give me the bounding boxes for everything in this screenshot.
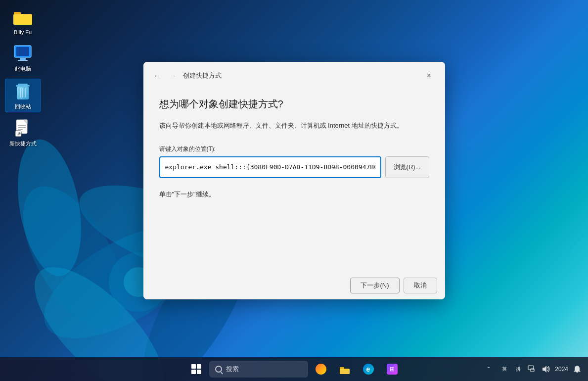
dialog-nav-area: ← → 创建快捷方式 <box>151 70 222 82</box>
volume-button[interactable] <box>541 364 551 374</box>
clock-area[interactable]: 2024 <box>555 366 568 373</box>
microsoft-store-icon: ⊞ <box>387 364 398 375</box>
file-explorer-icon <box>339 364 350 375</box>
notification-button[interactable] <box>572 364 582 374</box>
location-input-label: 请键入对象的位置(T): <box>159 145 429 153</box>
taskbar-store-button[interactable]: ⊞ <box>381 358 403 380</box>
chevron-up-icon: ⌃ <box>486 366 491 373</box>
windows-logo-icon <box>191 364 201 374</box>
taskbar-widgets-button[interactable] <box>310 358 332 380</box>
search-placeholder-text: 搜索 <box>226 365 239 374</box>
svg-rect-31 <box>340 370 350 374</box>
display-icon <box>528 365 537 374</box>
location-input-group: 请键入对象的位置(T): 浏览(R)... <box>159 145 429 178</box>
taskbar-file-explorer-button[interactable] <box>334 358 356 380</box>
dialog-content-area: 想为哪个对象创建快捷方式? 该向导帮你创建本地或网络程序、文件、文件夹、计算机或… <box>143 88 445 272</box>
browse-button[interactable]: 浏览(R)... <box>385 156 429 178</box>
svg-marker-34 <box>543 366 546 373</box>
speaker-icon <box>542 365 550 374</box>
taskbar-start-button[interactable] <box>185 358 207 380</box>
language-eng-indicator[interactable]: 英 <box>499 364 509 374</box>
show-hidden-icons-button[interactable]: ⌃ <box>482 358 496 380</box>
dialog-close-button[interactable]: × <box>421 68 437 84</box>
location-text-input[interactable] <box>159 156 381 178</box>
input-row: 浏览(R)... <box>159 156 429 178</box>
search-icon <box>215 366 222 373</box>
year-display: 2024 <box>555 366 568 373</box>
dialog-back-button[interactable]: ← <box>151 70 163 82</box>
dialog-titlebar: ← → 创建快捷方式 × <box>143 62 445 88</box>
dialog-footer: 下一步(N) 取消 <box>143 272 445 299</box>
taskbar-center-icons: 搜索 e ⊞ <box>185 358 403 380</box>
widgets-icon <box>316 364 326 375</box>
lang-pinyin-text: 拼 <box>516 366 521 372</box>
taskbar-edge-button[interactable]: e <box>358 358 379 380</box>
taskbar: 搜索 e ⊞ ⌃ <box>0 357 588 381</box>
display-settings-button[interactable] <box>527 364 537 374</box>
dialog-heading: 想为哪个对象创建快捷方式? <box>159 97 429 111</box>
language-pinyin-indicator[interactable]: 拼 <box>513 364 523 374</box>
taskbar-search-bar[interactable]: 搜索 <box>209 358 308 380</box>
dialog-description: 该向导帮你创建本地或网络程序、文件、文件夹、计算机或 Internet 地址的快… <box>159 121 429 131</box>
taskbar-right-area: ⌃ 英 拼 <box>482 358 582 380</box>
create-shortcut-dialog: ← → 创建快捷方式 × 想为哪个对象创建快捷方式? 该向导帮你创建本地或网络程… <box>143 62 445 299</box>
dialog-overlay: ← → 创建快捷方式 × 想为哪个对象创建快捷方式? 该向导帮你创建本地或网络程… <box>0 0 588 381</box>
notification-bell-icon <box>573 365 582 374</box>
next-button[interactable]: 下一步(N) <box>350 278 399 293</box>
cancel-button[interactable]: 取消 <box>404 278 437 293</box>
hint-text: 单击"下一步"继续。 <box>159 190 429 199</box>
dialog-title: 创建快捷方式 <box>183 71 222 80</box>
edge-browser-icon: e <box>363 364 374 375</box>
dialog-forward-button[interactable]: → <box>167 70 179 82</box>
lang-eng-text: 英 <box>502 366 507 372</box>
